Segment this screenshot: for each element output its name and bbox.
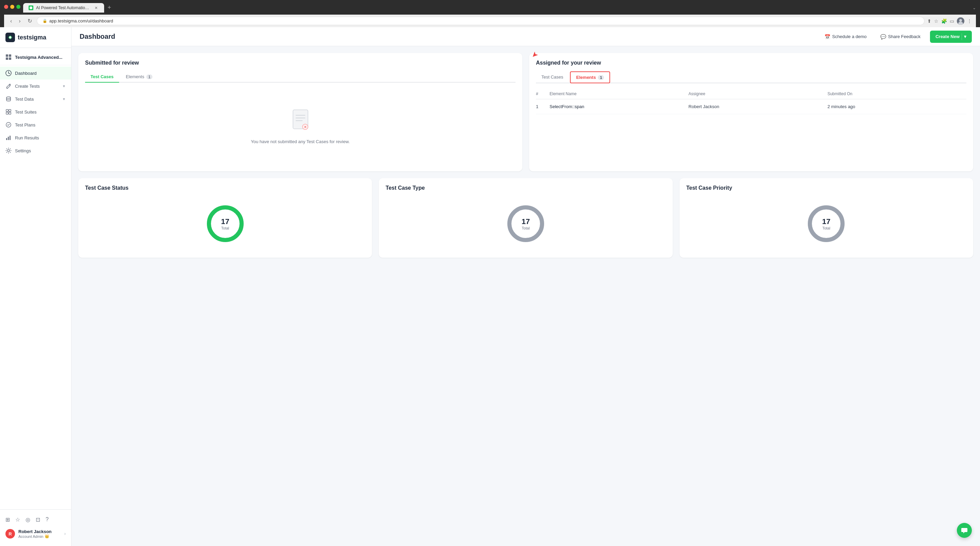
minimize-traffic-light[interactable] xyxy=(10,5,14,9)
fullscreen-traffic-light[interactable] xyxy=(16,5,21,9)
assigned-card-header-area: ➤ Assigned for your review xyxy=(536,60,966,66)
pencil-icon xyxy=(5,83,11,89)
assigned-elements-badge: 1 xyxy=(598,75,604,80)
traffic-lights xyxy=(4,5,21,9)
user-name: Robert Jackson xyxy=(18,529,61,534)
col-num: # xyxy=(536,92,550,96)
forward-button[interactable]: › xyxy=(17,17,22,25)
svg-rect-15 xyxy=(9,112,11,114)
test-case-status-card: Test Case Status 17 Total xyxy=(78,178,372,258)
sidebar-item-test-plans-label: Test Plans xyxy=(15,122,35,127)
user-avatar: R xyxy=(5,529,15,538)
tab-favicon xyxy=(29,5,33,10)
database-icon xyxy=(5,96,11,102)
share-icon[interactable]: ⬆ xyxy=(927,18,931,24)
logo-icon xyxy=(5,33,15,42)
sidebar-item-settings[interactable]: Settings xyxy=(0,144,71,157)
table-row: 1 SelectFrom::span Robert Jackson 2 minu… xyxy=(536,99,966,114)
lock-icon: 🔒 xyxy=(43,19,47,23)
user-info[interactable]: R Robert Jackson Account Admin 👑 › xyxy=(0,525,71,542)
svg-rect-17 xyxy=(6,138,7,140)
dashboard-content: Submitted for review Test Cases Elements… xyxy=(72,46,980,546)
status-donut-container: 17 Total xyxy=(85,197,365,251)
user-role: Account Admin 👑 xyxy=(18,534,61,538)
priority-donut-container: 17 Total xyxy=(686,197,966,251)
sidebar-item-create-tests[interactable]: Create Tests ▼ xyxy=(0,79,71,92)
submitted-elements-tab[interactable]: Elements 1 xyxy=(121,71,158,83)
svg-rect-18 xyxy=(8,136,9,140)
sidebar-item-test-plans[interactable]: Test Plans xyxy=(0,118,71,131)
circle-bottom-icon[interactable]: ◎ xyxy=(25,516,30,523)
active-tab[interactable]: AI Powered Test Automation P ✕ xyxy=(23,3,104,13)
sidebar-toggle-icon[interactable]: ▭ xyxy=(950,18,954,24)
row-assignee: Robert Jackson xyxy=(688,104,827,109)
grid2-icon xyxy=(5,109,11,115)
chat-bubble-button[interactable] xyxy=(957,523,972,538)
submitted-test-cases-tab[interactable]: Test Cases xyxy=(85,71,119,83)
sidebar-item-test-data[interactable]: Test Data ▼ xyxy=(0,92,71,105)
col-assignee: Assignee xyxy=(688,92,827,96)
assigned-card-title: Assigned for your review xyxy=(536,60,966,66)
test-data-left: Test Data xyxy=(5,96,34,102)
user-chevron-icon: › xyxy=(64,532,66,536)
status-donut-center: 17 Total xyxy=(221,217,229,230)
status-card-title: Test Case Status xyxy=(85,185,365,191)
svg-point-11 xyxy=(6,97,11,98)
create-new-divider xyxy=(962,33,962,40)
browser-toolbar-icons: ⬆ ☆ 🧩 ▭ ⋮ xyxy=(927,17,972,25)
svg-rect-8 xyxy=(6,57,8,60)
sidebar-item-dashboard[interactable]: Dashboard xyxy=(0,67,71,79)
chat-icon xyxy=(961,527,968,534)
tab-close-button[interactable]: ✕ xyxy=(93,5,99,11)
bookmark-icon[interactable]: ☆ xyxy=(934,18,939,24)
star-bottom-icon[interactable]: ☆ xyxy=(15,516,20,523)
assigned-tabs: Test Cases Elements 1 xyxy=(536,71,966,83)
review-table-header: # Element Name Assignee Submitted On xyxy=(536,89,966,99)
tag-bottom-icon[interactable]: ⊡ xyxy=(36,516,40,523)
new-tab-button[interactable]: + xyxy=(105,3,114,13)
svg-rect-14 xyxy=(6,112,8,114)
type-card-title: Test Case Type xyxy=(385,185,666,191)
app: testsigma Testsigma Advanced... Dashboar… xyxy=(0,27,980,546)
topbar: Dashboard 📅 Schedule a demo 💬 Share Feed… xyxy=(72,27,980,46)
svg-text:✕: ✕ xyxy=(304,125,307,129)
profile-icon[interactable] xyxy=(957,17,964,25)
type-total-label: Total xyxy=(522,226,530,230)
extensions-icon[interactable]: 🧩 xyxy=(941,18,947,24)
submitted-for-review-card: Submitted for review Test Cases Elements… xyxy=(78,53,522,171)
grid-bottom-icon[interactable]: ⊞ xyxy=(5,516,10,523)
gear-icon xyxy=(5,148,11,154)
svg-rect-6 xyxy=(6,54,8,57)
question-bottom-icon[interactable]: ? xyxy=(46,516,49,523)
sidebar-item-run-results[interactable]: Run Results xyxy=(0,131,71,144)
share-feedback-button[interactable]: 💬 Share Feedback xyxy=(876,32,924,41)
type-total-number: 17 xyxy=(522,217,530,226)
svg-rect-19 xyxy=(10,136,11,140)
submitted-card-title: Submitted for review xyxy=(85,60,515,66)
page-title: Dashboard xyxy=(80,33,115,40)
create-new-button[interactable]: Create New ▾ xyxy=(930,30,972,43)
schedule-demo-button[interactable]: 📅 Schedule a demo xyxy=(821,32,871,41)
refresh-button[interactable]: ↻ xyxy=(25,17,34,25)
assigned-elements-tab[interactable]: Elements 1 xyxy=(570,71,610,83)
sidebar-item-test-data-label: Test Data xyxy=(15,97,34,102)
svg-rect-5 xyxy=(9,37,11,38)
apps-grid-icon xyxy=(5,54,11,60)
url-bar[interactable]: 🔒 app.testsigma.com/ui/dashboard xyxy=(37,17,924,25)
close-traffic-light[interactable] xyxy=(4,5,8,9)
back-button[interactable]: ‹ xyxy=(8,17,14,25)
circle-check-icon xyxy=(5,122,11,128)
status-total-number: 17 xyxy=(221,217,229,226)
sidebar-item-run-results-label: Run Results xyxy=(15,135,39,140)
priority-total-label: Total xyxy=(822,226,830,230)
assigned-for-review-card: ➤ Assigned for your review Test Cases El… xyxy=(529,53,973,171)
red-arrow-annotation: ➤ xyxy=(530,49,540,60)
assigned-test-cases-tab[interactable]: Test Cases xyxy=(536,71,569,83)
sidebar-item-apps[interactable]: Testsigma Advanced... xyxy=(0,51,71,63)
menu-icon[interactable]: ⋮ xyxy=(967,18,972,24)
svg-point-2 xyxy=(959,19,962,22)
sidebar-item-test-suites[interactable]: Test Suites xyxy=(0,105,71,118)
browser-tabs: AI Powered Test Automation P ✕ + xyxy=(23,3,114,13)
sidebar-logo: testsigma xyxy=(0,27,71,48)
dashboard-grid-bottom: Test Case Status 17 Total xyxy=(78,178,973,258)
